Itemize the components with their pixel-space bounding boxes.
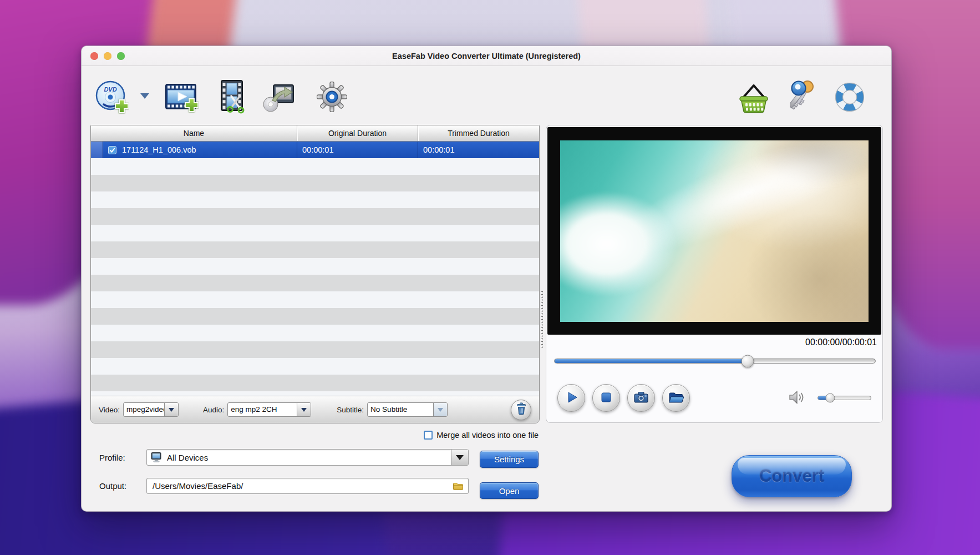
- table-row[interactable]: 171124_H1_006.vob 00:00:01 00:00:01: [91, 142, 539, 158]
- app-window: EaseFab Video Converter Ultimate (Unregi…: [81, 46, 892, 512]
- settings-toolbar-button[interactable]: [317, 82, 347, 114]
- audio-format-label: Audio:: [203, 406, 224, 414]
- file-list-body[interactable]: 171124_H1_006.vob 00:00:01 00:00:01: [91, 142, 539, 396]
- snapshot-button[interactable]: [627, 384, 655, 412]
- chevron-down-icon[interactable]: [164, 403, 178, 416]
- row-gutter: [91, 142, 103, 158]
- folder-icon: [668, 391, 684, 406]
- dvd-menu-arrow-icon: [140, 93, 149, 99]
- output-path-field[interactable]: /Users/Movies/EaseFab/: [146, 478, 469, 494]
- volume-icon[interactable]: [788, 390, 806, 407]
- seek-bar[interactable]: [554, 359, 876, 364]
- rip-disc-button[interactable]: [262, 82, 296, 114]
- chevron-down-icon[interactable]: [451, 450, 468, 465]
- seek-handle[interactable]: [741, 355, 754, 367]
- file-list-panel: Name Original Duration Trimmed Duration …: [90, 125, 540, 423]
- window-title: EaseFab Video Converter Ultimate (Unregi…: [82, 46, 891, 66]
- register-button[interactable]: [790, 78, 819, 115]
- merge-label[interactable]: Merge all videos into one file: [436, 431, 539, 440]
- table-header: Name Original Duration Trimmed Duration: [91, 125, 539, 142]
- volume-slider[interactable]: [817, 396, 871, 400]
- settings-gear-icon: [317, 105, 347, 114]
- store-basket-icon: [737, 107, 770, 115]
- device-monitor-icon: [151, 452, 163, 463]
- convert-button[interactable]: Convert: [732, 455, 852, 497]
- original-duration-cell: 00:00:01: [297, 142, 418, 158]
- chevron-down-icon[interactable]: [297, 403, 311, 416]
- profile-select[interactable]: All Devices: [146, 449, 469, 466]
- settings-button[interactable]: Settings: [480, 451, 539, 468]
- file-name-cell[interactable]: 171124_H1_006.vob: [103, 142, 297, 158]
- purchase-button[interactable]: [737, 82, 770, 115]
- load-dvd-button[interactable]: DVD: [95, 79, 129, 117]
- stop-button[interactable]: [592, 384, 620, 412]
- browse-folder-icon[interactable]: [453, 482, 464, 491]
- output-label: Output:: [99, 481, 126, 491]
- video-preview: [547, 127, 881, 335]
- wave-foam: [560, 191, 677, 297]
- panel-resize-handle[interactable]: [541, 290, 544, 348]
- seek-fill: [555, 359, 748, 363]
- trimmed-duration-cell: 00:00:01: [418, 142, 539, 158]
- open-button[interactable]: Open: [480, 482, 539, 499]
- title-bar[interactable]: EaseFab Video Converter Ultimate (Unregi…: [82, 46, 891, 66]
- merge-checkbox[interactable]: [424, 431, 433, 440]
- video-format-select[interactable]: mpeg2video: [123, 402, 179, 417]
- help-lifering-icon: [835, 105, 864, 113]
- output-path-value: /Users/Movies/EaseFab/: [153, 481, 243, 491]
- volume-handle[interactable]: [825, 393, 835, 403]
- add-video-button[interactable]: [165, 80, 199, 115]
- preview-panel: 00:00:00/00:00:01: [546, 125, 883, 423]
- rip-disc-icon: [262, 106, 296, 114]
- subtitle-label: Subtitle:: [337, 406, 364, 414]
- stop-icon: [599, 390, 613, 406]
- subtitle-value: No Subtitle: [368, 403, 433, 416]
- load-dvd-icon: DVD: [95, 108, 129, 117]
- open-output-folder-button[interactable]: [662, 384, 690, 412]
- video-format-value: mpeg2video: [124, 403, 164, 416]
- row-checkbox[interactable]: [108, 146, 116, 154]
- register-key-icon: [790, 107, 819, 115]
- camera-icon: [634, 391, 648, 405]
- file-name: 171124_H1_006.vob: [122, 145, 196, 154]
- play-icon: [564, 390, 578, 406]
- profile-value: All Devices: [167, 453, 208, 462]
- playback-time: 00:00:00/00:00:01: [805, 337, 877, 347]
- subtitle-select[interactable]: No Subtitle: [367, 402, 448, 417]
- merge-row: Merge all videos into one file: [424, 431, 539, 440]
- sand-shadow: [745, 213, 869, 322]
- remove-file-button[interactable]: [511, 400, 531, 420]
- add-video-icon: [165, 107, 199, 115]
- edit-video-icon: [216, 107, 248, 115]
- column-header-original-duration[interactable]: Original Duration: [297, 125, 418, 141]
- video-still-beach: [560, 140, 869, 322]
- video-format-label: Video:: [99, 406, 120, 414]
- trash-icon: [516, 402, 527, 417]
- format-bar: Video: mpeg2video Audio: eng mp2 2CH Sub…: [91, 396, 539, 423]
- play-button[interactable]: [557, 384, 585, 412]
- profile-label: Profile:: [99, 453, 125, 462]
- edit-video-button[interactable]: [216, 79, 248, 115]
- column-header-trimmed-duration[interactable]: Trimmed Duration: [418, 125, 539, 141]
- column-header-name[interactable]: Name: [91, 125, 297, 141]
- audio-track-value: eng mp2 2CH: [228, 403, 297, 416]
- help-button[interactable]: [835, 83, 864, 113]
- load-dvd-menu-button[interactable]: [140, 93, 149, 99]
- desktop: EaseFab Video Converter Ultimate (Unregi…: [0, 0, 980, 555]
- audio-track-select[interactable]: eng mp2 2CH: [227, 402, 311, 417]
- chevron-down-icon[interactable]: [433, 403, 447, 416]
